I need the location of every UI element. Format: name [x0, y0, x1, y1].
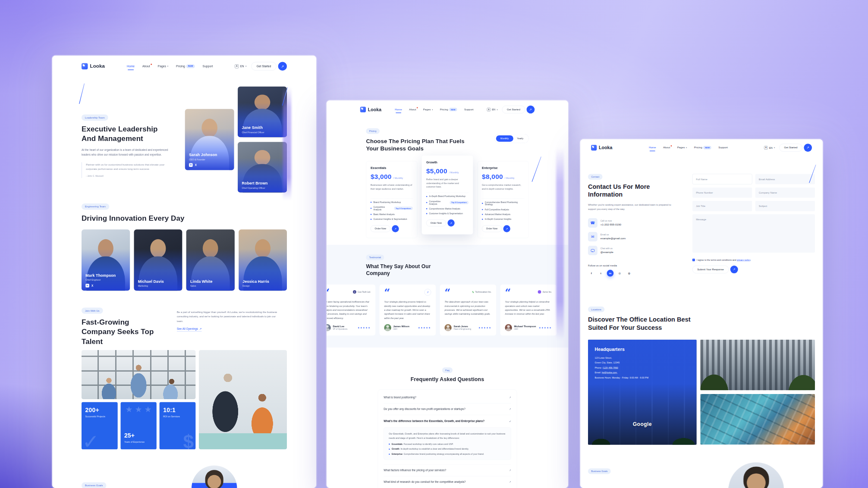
contact-form: ✓ I agree to the terms and conditions an… [692, 174, 815, 276]
nav-support[interactable]: Support [464, 108, 474, 111]
testimonial-carousel[interactable]: “ CCoe-Tech Ltd. We were facing operatio… [327, 285, 557, 335]
team-card[interactable]: Jessica Harris Design [239, 229, 287, 291]
nav-pages[interactable]: Pages▾ [423, 108, 433, 111]
faq-item-expanded[interactable]: What's the difference between the Essent… [384, 415, 511, 427]
team-card[interactable]: Jane Smith Chief Financial Officer [238, 87, 287, 137]
message-textarea[interactable] [692, 214, 815, 253]
section-heading: Executive Leadership And Management [82, 124, 166, 143]
logo[interactable]: Looka [591, 145, 613, 150]
subject-input[interactable] [755, 201, 815, 211]
collapse-arrow-icon: ↙ [509, 419, 511, 422]
get-started-button[interactable]: Get Started [779, 144, 802, 152]
nav-pricing[interactable]: PricingNEW [176, 64, 195, 68]
nav-support[interactable]: Support [718, 146, 728, 149]
section-heading: Choose The Pricing Plan That Fuels Your … [366, 138, 477, 152]
get-started-arrow-button[interactable]: ↗ [527, 106, 535, 114]
language-selector[interactable]: A EN ▾ [487, 108, 498, 111]
cta-person-photo [192, 466, 237, 488]
get-started-arrow-button[interactable]: ↗ [278, 62, 287, 70]
plan-feature: Comprehensive Market Analysis [426, 207, 469, 210]
linkedin-icon[interactable]: in [607, 270, 614, 277]
full-name-input[interactable] [692, 174, 752, 184]
yearly-toggle-button[interactable]: Yearly [513, 135, 527, 142]
order-now-arrow-button[interactable]: ↗ [503, 225, 510, 232]
logo[interactable]: Looka [360, 106, 381, 112]
submit-arrow-button[interactable]: ↗ [730, 266, 738, 273]
instagram-icon[interactable]: ◎ [616, 270, 623, 277]
language-selector[interactable]: A EN ▾ [764, 146, 775, 149]
phone-number-input[interactable] [692, 188, 752, 198]
nav-pricing[interactable]: PricingNEW [440, 108, 457, 111]
team-card[interactable]: Michael Davis Marketing [134, 229, 182, 291]
arrow-up-right-icon: ↗ [509, 408, 511, 411]
language-selector[interactable]: A EN ▾ [235, 64, 246, 68]
x-icon[interactable]: X [91, 284, 93, 287]
order-now-arrow-button[interactable]: ↗ [447, 219, 454, 226]
site-header: Looka Home About Pages▾ PricingNEW Suppo… [327, 100, 568, 113]
order-now-button[interactable]: Order Now [482, 225, 502, 232]
submit-button[interactable]: Submit Your Response [692, 266, 729, 273]
logo-text: Looka [599, 145, 613, 150]
order-now-button[interactable]: Order Now [371, 225, 390, 232]
get-started-button[interactable]: Get Started [502, 106, 525, 113]
testimonial-quote: We were facing operational inefficiencie… [327, 300, 371, 320]
get-started-button[interactable]: Get Started [251, 62, 276, 71]
headquarters-card[interactable]: Headquarters 123 Lowe Street, Green City… [588, 340, 697, 445]
monthly-toggle-button[interactable]: Monthly [496, 135, 513, 142]
team-card[interactable]: Linda White Sales [186, 229, 235, 291]
nav-about[interactable]: About [409, 108, 416, 111]
chevron-down-icon: ▾ [774, 147, 775, 149]
facebook-icon[interactable]: f [588, 270, 595, 277]
section-badge: Faq [442, 367, 453, 373]
arrow-up-right-icon: ↗ [509, 396, 511, 399]
main-nav: Home About Pages▾ PricingNEW Support [649, 146, 728, 150]
contact-method-chat[interactable]: Chat with us @example [588, 246, 683, 255]
nav-home[interactable]: Home [649, 146, 656, 149]
plan-feature: Advanced Market Analysis [482, 213, 524, 216]
get-started-arrow-button[interactable]: ↗ [804, 144, 812, 152]
company-name-input[interactable] [755, 188, 815, 198]
team-card[interactable]: Robert Brown Chief Operating Officer [238, 142, 287, 192]
faq-item[interactable]: What factors influence the pricing of yo… [384, 464, 511, 476]
section-description: At the heart of our organization is a te… [82, 147, 170, 157]
team-card[interactable]: Sarah Johnson CEO & Founder in X [185, 109, 234, 170]
contact-method-email[interactable]: ✉ Email us example@gmail.com [588, 232, 683, 241]
team-card[interactable]: Mark Thompson Chief Engineer in X [82, 229, 130, 291]
twitter-icon[interactable]: t [598, 270, 604, 277]
arrow-up-right-button[interactable]: ↗ [425, 289, 431, 296]
pricing-card-enterprise: Enterprise $8,000 / Monthly Get a compre… [478, 161, 529, 238]
arrow-up-right-icon: ↗ [199, 327, 201, 331]
contact-method-phone[interactable]: ☎ Call us now +1-202-555-0190 [588, 218, 683, 228]
testimonial-quote: Your strategic planning process helped u… [384, 300, 431, 320]
faq-item[interactable]: Do you offer any discounts for non-profi… [384, 403, 511, 415]
order-now-button[interactable]: Order Now [426, 220, 446, 227]
section-badge: Testimonial [366, 255, 384, 260]
linkedin-icon[interactable]: in [189, 163, 193, 167]
see-all-openings-link[interactable]: See All Openings↗ [177, 327, 201, 332]
email-address-input[interactable] [755, 174, 815, 184]
member-role: Design [242, 285, 284, 288]
faq-item[interactable]: What kind of research do you conduct for… [384, 476, 511, 488]
nav-home[interactable]: Home [127, 65, 135, 68]
privacy-policy-link[interactable]: privacy policy [737, 259, 750, 261]
job-title-input[interactable] [692, 201, 752, 211]
nav-pricing[interactable]: PricingNEW [694, 146, 711, 150]
x-icon[interactable]: X [195, 163, 197, 166]
nav-home[interactable]: Home [395, 108, 402, 111]
linkedin-icon[interactable]: in [85, 284, 89, 288]
nav-about[interactable]: About [663, 146, 670, 149]
office-building-photo [700, 340, 815, 390]
order-now-arrow-button[interactable]: ↗ [392, 225, 399, 232]
nav-about[interactable]: About [142, 65, 150, 68]
faq-item[interactable]: What is brand positioning? ↗ [384, 392, 511, 404]
pricing-card-essentials: Essentials $3,000 / Monthly Businesses w… [366, 161, 417, 238]
hq-phone-link[interactable]: (123) 456-7890 [603, 366, 618, 369]
header-actions: A EN ▾ Get Started ↗ [487, 106, 535, 114]
nav-pages[interactable]: Pages▾ [158, 65, 169, 68]
nav-pages[interactable]: Pages▾ [677, 146, 687, 149]
dribbble-icon[interactable]: ◍ [626, 270, 632, 277]
agree-checkbox[interactable]: ✓ [692, 259, 695, 261]
nav-support[interactable]: Support [203, 65, 213, 68]
logo[interactable]: Looka [82, 63, 105, 69]
hq-email-link[interactable]: hq@looka.com, [602, 372, 618, 374]
